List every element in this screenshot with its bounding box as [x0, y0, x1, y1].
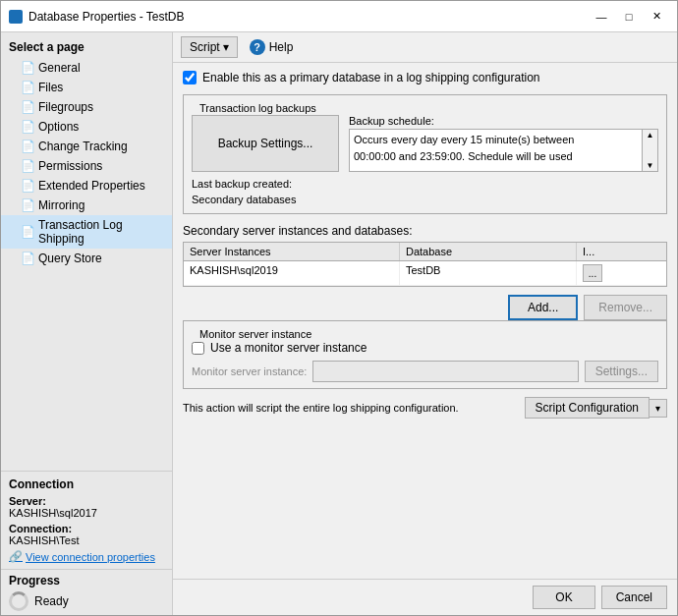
monitor-content: Monitor server instance Use a monitor se… [184, 321, 666, 388]
sidebar-item-files[interactable]: 📄 Files [1, 78, 172, 97]
scroll-up-icon: ▲ [647, 131, 654, 140]
sidebar-item-label: Filegroups [38, 100, 93, 114]
conn-label: Connection: [9, 523, 164, 534]
sidebar-item-label: Transaction Log Shipping [38, 218, 164, 246]
sidebar-item-change-tracking[interactable]: 📄 Change Tracking [1, 137, 172, 156]
progress-spinner [9, 591, 28, 611]
permissions-icon: 📄 [21, 159, 34, 173]
sidebar-item-filegroups[interactable]: 📄 Filegroups [1, 97, 172, 117]
script-configuration-button[interactable]: Script Configuration [525, 397, 650, 419]
connection-section: Connection Server: KASHISH\sql2017 Conne… [1, 471, 172, 569]
last-backup-row: Last backup created: [192, 178, 658, 190]
backup-settings-button[interactable]: Backup Settings... [192, 115, 339, 172]
sidebar-item-label: Permissions [38, 159, 102, 173]
transaction-log-title: Transaction log backups [198, 102, 318, 114]
sidebar-item-transaction-log-shipping[interactable]: 📄 Transaction Log Shipping [1, 215, 172, 249]
title-bar-left: Database Properties - TestDB [9, 10, 185, 24]
filegroups-icon: 📄 [21, 100, 34, 114]
add-remove-row: Add... Remove... [183, 295, 667, 320]
window-title: Database Properties - TestDB [28, 10, 185, 24]
monitor-checkbox-label: Use a monitor server instance [210, 341, 367, 355]
schedule-label: Backup schedule: [349, 115, 658, 127]
sidebar-item-extended-properties[interactable]: 📄 Extended Properties [1, 176, 172, 196]
script-config-row: This action will script the entire log s… [183, 397, 667, 419]
script-config-text: This action will script the entire log s… [183, 402, 517, 414]
script-button[interactable]: Script ▾ [181, 36, 238, 58]
monitor-settings-button[interactable]: Settings... [585, 361, 658, 382]
grid-header: Server Instances Database I... [184, 243, 666, 261]
progress-inner: Ready [9, 591, 164, 611]
mirroring-icon: 📄 [21, 198, 34, 212]
scrollbar[interactable]: ▲ ▼ [642, 130, 657, 171]
sidebar-item-general[interactable]: 📄 General [1, 58, 172, 78]
txlog-icon: 📄 [21, 225, 34, 239]
progress-status: Ready [34, 594, 69, 608]
view-connection-link[interactable]: 🔗 View connection properties [9, 550, 164, 563]
title-controls: — □ ✕ [589, 7, 669, 27]
grid-cell-btn: ... [577, 261, 608, 285]
options-icon: 📄 [21, 120, 34, 134]
table-row: KASHISH\sql2019 TestDB ... [184, 261, 666, 286]
maximize-button[interactable]: □ [616, 7, 642, 27]
transaction-log-content: Transaction log backups Backup Settings.… [184, 95, 666, 213]
sidebar-item-label: Change Tracking [38, 140, 128, 153]
content-area: Select a page 📄 General 📄 Files 📄 Filegr… [1, 32, 677, 615]
sidebar-item-label: Extended Properties [38, 179, 145, 193]
schedule-text: Occurs every day every 15 minute(s) betw… [350, 130, 657, 166]
schedule-line2: 00:00:00 and 23:59:00. Schedule will be … [354, 148, 638, 165]
grid-col-i: I... [577, 243, 606, 260]
grid-cell-db: TestDB [400, 261, 577, 285]
enable-checkbox-label: Enable this as a primary database in a l… [202, 71, 540, 84]
grid-col-db: Database [400, 243, 577, 260]
sidebar-item-label: Files [38, 81, 63, 94]
secondary-db-label: Secondary databases [192, 194, 658, 205]
remove-button[interactable]: Remove... [584, 295, 667, 320]
sidebar-header: Select a page [1, 32, 172, 58]
connection-header: Connection [9, 477, 164, 491]
sidebar-item-label: Options [38, 120, 79, 134]
server-value: KASHISH\sql2017 [9, 507, 164, 519]
link-icon: 🔗 [9, 550, 23, 563]
change-tracking-icon: 📄 [21, 140, 34, 153]
general-icon: 📄 [21, 61, 34, 75]
sidebar-item-permissions[interactable]: 📄 Permissions [1, 156, 172, 176]
monitor-checkbox[interactable] [192, 342, 204, 355]
help-button[interactable]: ? Help [242, 36, 302, 58]
view-connection-text: View connection properties [26, 551, 155, 563]
cancel-button[interactable]: Cancel [601, 586, 667, 609]
server-instances-grid: Server Instances Database I... KASHISH\s… [183, 242, 667, 287]
grid-col-server: Server Instances [184, 243, 400, 260]
grid-cell-server: KASHISH\sql2019 [184, 261, 400, 285]
schedule-box: Backup schedule: Occurs every day every … [349, 115, 658, 172]
add-button[interactable]: Add... [508, 295, 578, 320]
progress-section: Progress Ready [1, 569, 172, 615]
monitor-instance-input[interactable] [312, 361, 578, 382]
files-icon: 📄 [21, 81, 34, 94]
close-button[interactable]: ✕ [644, 7, 669, 27]
sidebar-item-mirroring[interactable]: 📄 Mirroring [1, 196, 172, 215]
sidebar-item-label: General [38, 61, 81, 75]
sidebar-item-query-store[interactable]: 📄 Query Store [1, 249, 172, 268]
monitor-instance-label: Monitor server instance: [192, 365, 307, 377]
ok-button[interactable]: OK [533, 586, 594, 609]
enable-checkbox-row: Enable this as a primary database in a l… [183, 71, 667, 84]
enable-checkbox[interactable] [183, 71, 197, 84]
query-store-icon: 📄 [21, 252, 34, 265]
sidebar-item-label: Mirroring [38, 198, 85, 212]
script-configuration-arrow[interactable]: ▾ [650, 399, 667, 418]
script-config-button-group: Script Configuration ▾ [525, 397, 667, 419]
server-instances-label: Secondary server instances and databases… [183, 224, 667, 238]
main-window: Database Properties - TestDB — □ ✕ Selec… [0, 0, 678, 616]
script-label: Script [190, 40, 220, 54]
script-arrow-icon: ▾ [223, 40, 229, 54]
progress-header: Progress [9, 574, 164, 588]
sidebar-item-label: Query Store [38, 252, 102, 265]
main-content: Enable this as a primary database in a l… [173, 63, 677, 579]
sidebar-item-options[interactable]: 📄 Options [1, 117, 172, 137]
minimize-button[interactable]: — [589, 7, 614, 27]
row-dots-button[interactable]: ... [583, 264, 602, 282]
transaction-log-group: Transaction log backups Backup Settings.… [183, 94, 667, 214]
backup-schedule-row: Backup Settings... Backup schedule: Occu… [192, 115, 658, 172]
bottom-bar: OK Cancel [173, 579, 677, 615]
help-label: Help [269, 40, 294, 54]
